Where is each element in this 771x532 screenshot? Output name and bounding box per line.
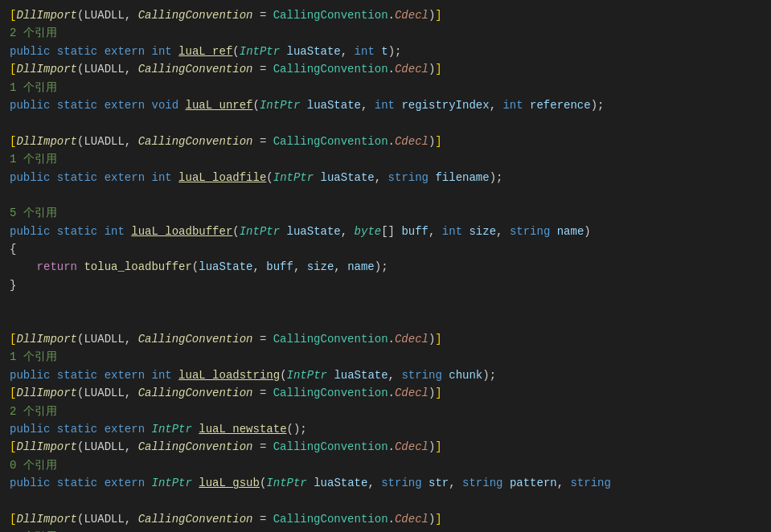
code-line-14: { xyxy=(0,240,771,258)
empty-line-1 xyxy=(0,114,771,132)
code-line-29: [DllImport(LUADLL, CallingConvention = C… xyxy=(0,510,771,528)
code-line-3: public static extern int luaL_ref(IntPtr… xyxy=(0,43,771,60)
code-line-15: return tolua_loadbuffer(luaState, buff, … xyxy=(0,258,771,276)
code-editor: [DllImport(LUADLL, CallingConvention = C… xyxy=(0,0,771,532)
empty-line-2 xyxy=(0,186,771,204)
ref-count-6: 2 个引用 xyxy=(0,403,771,420)
ref-count-3: 1 个引用 xyxy=(0,150,771,168)
ref-count-1: 2 个引用 xyxy=(0,24,771,42)
empty-line-5 xyxy=(0,493,771,510)
empty-line-3 xyxy=(0,294,771,312)
code-line-19: [DllImport(LUADLL, CallingConvention = C… xyxy=(0,330,771,348)
code-line-22: [DllImport(LUADLL, CallingConvention = C… xyxy=(0,384,771,402)
empty-line-4 xyxy=(0,313,771,330)
code-line-6: public static extern void luaL_unref(Int… xyxy=(0,96,771,114)
code-line-25: [DllImport(LUADLL, CallingConvention = C… xyxy=(0,438,771,456)
code-line-10: public static extern int luaL_loadfile(I… xyxy=(0,169,771,186)
code-line-16: } xyxy=(0,276,771,294)
code-line-24: public static extern IntPtr luaL_newstat… xyxy=(0,420,771,438)
code-line-21: public static extern int luaL_loadstring… xyxy=(0,366,771,384)
code-line-4: [DllImport(LUADLL, CallingConvention = C… xyxy=(0,60,771,78)
ref-count-4: 5 个引用 xyxy=(0,204,771,222)
code-line-27: public static extern IntPtr luaL_gsub(In… xyxy=(0,474,771,492)
ref-count-5: 1 个引用 xyxy=(0,348,771,366)
code-line-1: [DllImport(LUADLL, CallingConvention = C… xyxy=(0,6,771,24)
code-line-13: public static int luaL_loadbuffer(IntPtr… xyxy=(0,223,771,240)
ref-count-7: 0 个引用 xyxy=(0,456,771,474)
ref-count-8: 2 个引用 xyxy=(0,528,771,532)
code-line-8: [DllImport(LUADLL, CallingConvention = C… xyxy=(0,133,771,150)
ref-count-2: 1 个引用 xyxy=(0,79,771,96)
